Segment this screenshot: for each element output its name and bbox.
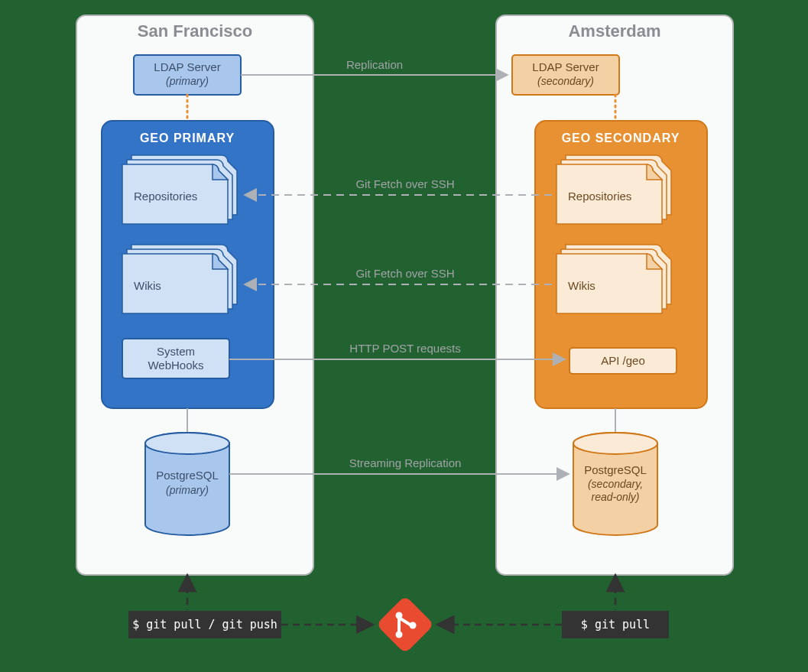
repos-primary: Repositories [122, 155, 237, 224]
postgres-secondary: PostgreSQL (secondary, read-only) [573, 433, 657, 535]
svg-text:System: System [157, 345, 195, 358]
svg-text:PostgreSQL: PostgreSQL [584, 463, 647, 476]
svg-text:$ git pull: $ git pull [581, 618, 650, 631]
git-icon [376, 596, 434, 654]
region-title-left: San Francisco [138, 21, 252, 41]
svg-text:Repositories: Repositories [134, 190, 197, 203]
svg-point-32 [573, 433, 657, 454]
svg-text:read-only): read-only) [591, 491, 639, 503]
svg-point-47 [410, 622, 417, 629]
geo-primary-title: GEO PRIMARY [140, 131, 235, 144]
svg-text:(primary): (primary) [166, 75, 209, 87]
svg-text:Wikis: Wikis [134, 279, 161, 292]
svg-text:Streaming Replication: Streaming Replication [349, 456, 462, 469]
svg-text:LDAP Server: LDAP Server [154, 60, 220, 73]
svg-text:Git Fetch over SSH: Git Fetch over SSH [355, 177, 454, 190]
svg-text:API /geo: API /geo [601, 354, 645, 367]
svg-text:WebHooks: WebHooks [148, 359, 203, 372]
svg-text:Git Fetch over SSH: Git Fetch over SSH [355, 267, 454, 280]
svg-text:HTTP POST requests: HTTP POST requests [349, 342, 460, 355]
svg-text:(primary): (primary) [166, 484, 209, 496]
svg-text:LDAP Server: LDAP Server [532, 60, 599, 73]
api-geo: API /geo [569, 348, 677, 374]
svg-text:(secondary): (secondary) [537, 75, 594, 87]
geo-secondary-title: GEO SECONDARY [562, 131, 680, 144]
svg-text:PostgreSQL: PostgreSQL [156, 469, 219, 482]
svg-rect-42 [376, 596, 434, 654]
repos-secondary: Repositories [557, 155, 671, 224]
ldap-secondary: LDAP Server (secondary) [512, 55, 619, 95]
geo-secondary-container: GEO SECONDARY Repositories Wikis API /ge… [535, 121, 707, 408]
svg-point-28 [145, 433, 229, 454]
postgres-primary: PostgreSQL (primary) [145, 433, 229, 535]
wikis-primary: Wikis [122, 245, 237, 313]
svg-text:Replication: Replication [346, 58, 403, 71]
ldap-primary: LDAP Server (primary) [134, 55, 241, 95]
svg-point-45 [396, 612, 403, 619]
svg-text:Repositories: Repositories [568, 190, 631, 203]
svg-text:(secondary,: (secondary, [588, 478, 643, 490]
svg-text:$ git pull / git push: $ git pull / git push [132, 618, 277, 631]
geo-primary-container: GEO PRIMARY Repositories Wikis System We… [102, 121, 274, 408]
svg-point-46 [396, 631, 403, 638]
svg-text:Wikis: Wikis [568, 279, 595, 292]
region-title-right: Amsterdam [568, 21, 660, 41]
wikis-secondary: Wikis [557, 245, 671, 313]
client-left-box: $ git pull / git push [128, 611, 281, 638]
system-webhooks: System WebHooks [122, 339, 229, 378]
client-right-box: $ git pull [562, 611, 669, 638]
